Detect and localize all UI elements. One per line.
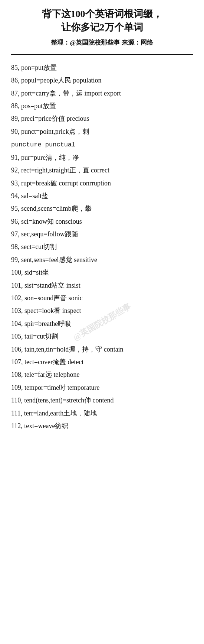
list-item: 105, tail=cut切割 — [11, 330, 193, 342]
page-title: 背下这100个英语词根词缀， 让你多记2万个单词 整理：@英国院校那些事 来源：… — [11, 7, 193, 47]
list-item: 107, tect=cover掩盖 detect — [11, 356, 193, 368]
list-item: 92, rect=right,straight正，直 correct — [11, 164, 193, 176]
list-item: 93, rupt=break破 corrupt conrruption — [11, 177, 193, 189]
divider — [11, 54, 193, 55]
list-item: 88, pos=put放置 — [11, 100, 193, 112]
list-item: 97, sec,sequ=follow跟随 — [11, 228, 193, 240]
list-item: 87, port=carry拿，带，运 import export — [11, 87, 193, 99]
list-item: 111, terr=land,earth土地，陆地 — [11, 407, 193, 419]
subtitle: 整理：@英国院校那些事 来源：网络 — [11, 38, 193, 47]
list-item: 101, sist=stand站立 insist — [11, 279, 193, 291]
list-item: 108, tele=far远 telephone — [11, 369, 193, 381]
list-item: 90, punct=point,prick点，刺 — [11, 126, 193, 137]
list-item: 100, sid=sit坐 — [11, 266, 193, 278]
list-item: 89, preci=price价值 precious — [11, 113, 193, 124]
title-line1: 背下这100个英语词根词缀， — [42, 9, 162, 19]
list-item: 102, son=sound声音 sonic — [11, 292, 193, 304]
list-item: 94, sal=salt盐 — [11, 190, 193, 202]
list-item: 96, sci=know知 conscious — [11, 216, 193, 227]
list-item: 104, spir=breathe呼吸 — [11, 318, 193, 330]
list-item: 103, spect=look看 inspect — [11, 305, 193, 317]
entries-container: 85, pon=put放置86, popul=people人民 populati… — [11, 62, 193, 432]
list-item: 109, tempor=time时 temporature — [11, 382, 193, 394]
list-item: 99, sent,sens=feel感觉 sensitive — [11, 254, 193, 266]
list-item: 86, popul=people人民 population — [11, 74, 193, 86]
list-item: 91, pur=pure清，纯，净 — [11, 152, 193, 164]
list-item: 98, sect=cut切割 — [11, 241, 193, 253]
list-item: 85, pon=put放置 — [11, 62, 193, 74]
list-item: 95, scend,scens=climb爬，攀 — [11, 203, 193, 214]
title-line2: 让你多记2万个单词 — [61, 22, 143, 33]
list-item: 110, tend(tens,tent)=stretch伸 contend — [11, 394, 193, 406]
list-item: 106, tain,ten,tin=hold握，持，守 contain — [11, 343, 193, 355]
list-item: 112, text=weave纺织 — [11, 420, 193, 432]
list-item: puncture punctual — [11, 138, 193, 151]
